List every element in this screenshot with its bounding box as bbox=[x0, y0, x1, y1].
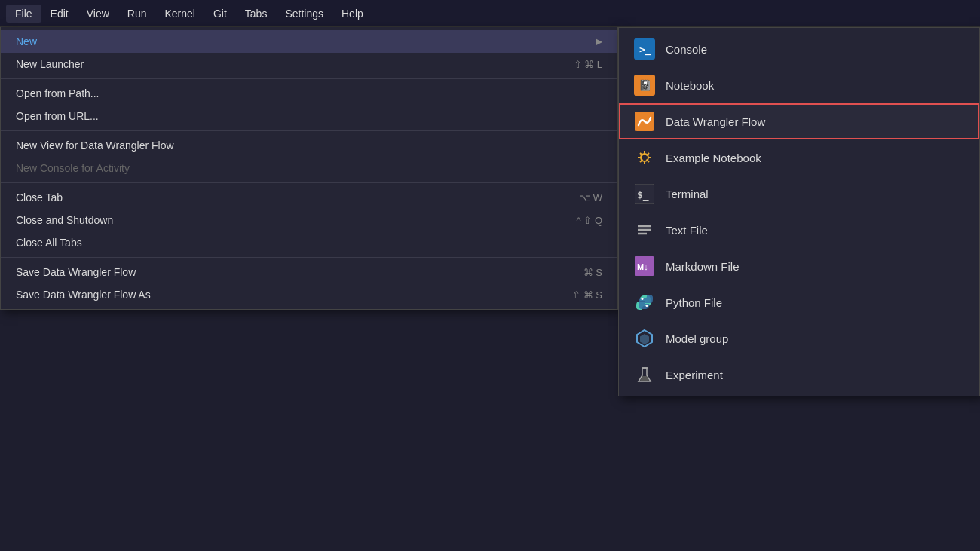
submenu-item-notebook[interactable]: 📓 Notebook bbox=[619, 67, 979, 103]
submenu-item-experiment[interactable]: Experiment bbox=[619, 357, 979, 393]
menu-item-close-all[interactable]: Close All Tabs bbox=[1, 231, 617, 254]
menu-item-new-console-activity: New Console for Activity bbox=[1, 157, 617, 179]
submenu-item-model-group[interactable]: Model group bbox=[619, 320, 979, 357]
menu-item-save-flow-as[interactable]: Save Data Wrangler Flow As ⇧ ⌘ S bbox=[1, 283, 617, 306]
menubar-item-edit[interactable]: Edit bbox=[41, 5, 78, 23]
menubar-item-view[interactable]: View bbox=[78, 5, 118, 23]
submenu-console-label: Console bbox=[666, 43, 707, 56]
console-icon: >_ bbox=[634, 38, 655, 60]
submenu-data-wrangler-label: Data Wrangler Flow bbox=[666, 115, 765, 128]
submenu-item-python-file[interactable]: Python File bbox=[619, 284, 979, 320]
file-menu-dropdown: New ▶ New Launcher ⇧ ⌘ L Open from Path.… bbox=[0, 27, 618, 310]
separator-4 bbox=[1, 257, 617, 258]
menubar-item-settings[interactable]: Settings bbox=[276, 5, 332, 23]
svg-line-11 bbox=[647, 160, 650, 163]
example-notebook-icon bbox=[634, 147, 655, 168]
submenu-arrow-icon: ▶ bbox=[596, 36, 602, 47]
menu-item-open-path[interactable]: Open from Path... bbox=[1, 82, 617, 105]
menubar-item-help[interactable]: Help bbox=[332, 5, 372, 23]
submenu-python-file-label: Python File bbox=[666, 296, 722, 309]
experiment-icon bbox=[634, 364, 655, 385]
python-file-icon bbox=[634, 292, 655, 313]
menu-item-close-shutdown[interactable]: Close and Shutdown ^ ⇧ Q bbox=[1, 209, 617, 231]
menu-item-new-launcher[interactable]: New Launcher ⇧ ⌘ L bbox=[1, 53, 617, 75]
menubar: File Edit View Run Kernel Git Tabs Setti… bbox=[0, 0, 980, 27]
svg-point-22 bbox=[646, 305, 648, 307]
submenu-example-notebook-label: Example Notebook bbox=[666, 152, 761, 164]
dropdown-overlay: New ▶ New Launcher ⇧ ⌘ L Open from Path.… bbox=[0, 27, 980, 551]
svg-point-21 bbox=[642, 298, 644, 300]
menubar-item-file[interactable]: File bbox=[6, 5, 41, 23]
submenu-item-text-file[interactable]: Text File bbox=[619, 212, 979, 248]
menubar-item-run[interactable]: Run bbox=[118, 5, 156, 23]
svg-marker-24 bbox=[640, 334, 649, 344]
menubar-item-git[interactable]: Git bbox=[204, 5, 236, 23]
submenu-experiment-label: Experiment bbox=[666, 369, 723, 381]
notebook-icon: 📓 bbox=[634, 75, 655, 96]
menu-item-save-flow[interactable]: Save Data Wrangler Flow ⌘ S bbox=[1, 261, 617, 283]
text-file-icon bbox=[634, 219, 655, 240]
svg-text:M↓: M↓ bbox=[637, 262, 648, 271]
svg-line-10 bbox=[640, 153, 643, 156]
svg-text:$_: $_ bbox=[637, 189, 649, 201]
svg-text:📓: 📓 bbox=[639, 79, 652, 92]
submenu-model-group-label: Model group bbox=[666, 332, 728, 345]
separator-2 bbox=[1, 130, 617, 131]
submenu-item-console[interactable]: >_ Console bbox=[619, 31, 979, 67]
menu-item-close-tab[interactable]: Close Tab ⌥ W bbox=[1, 186, 617, 209]
svg-text:>_: >_ bbox=[639, 44, 651, 56]
terminal-icon: $_ bbox=[634, 183, 655, 204]
menu-item-new-view[interactable]: New View for Data Wrangler Flow bbox=[1, 134, 617, 157]
submenu-notebook-label: Notebook bbox=[666, 79, 714, 92]
separator-3 bbox=[1, 182, 617, 183]
submenu-text-file-label: Text File bbox=[666, 224, 708, 237]
menu-item-new[interactable]: New ▶ bbox=[1, 30, 617, 53]
svg-line-13 bbox=[640, 160, 643, 163]
svg-line-12 bbox=[647, 153, 650, 156]
data-wrangler-icon bbox=[634, 111, 655, 132]
submenu-item-data-wrangler[interactable]: Data Wrangler Flow bbox=[619, 103, 979, 139]
submenu-item-terminal[interactable]: $_ Terminal bbox=[619, 176, 979, 212]
menubar-item-kernel[interactable]: Kernel bbox=[155, 5, 204, 23]
submenu-terminal-label: Terminal bbox=[666, 188, 709, 201]
menu-item-open-url[interactable]: Open from URL... bbox=[1, 105, 617, 127]
submenu-item-example-notebook[interactable]: Example Notebook bbox=[619, 139, 979, 176]
submenu-markdown-label: Markdown File bbox=[666, 260, 740, 273]
menubar-item-tabs[interactable]: Tabs bbox=[236, 5, 277, 23]
new-submenu-dropdown: >_ Console 📓 Notebook Data Wrangler Flow bbox=[618, 27, 980, 396]
model-group-icon bbox=[634, 328, 655, 349]
markdown-file-icon: M↓ bbox=[634, 256, 655, 277]
separator-1 bbox=[1, 78, 617, 79]
submenu-item-markdown-file[interactable]: M↓ Markdown File bbox=[619, 248, 979, 284]
